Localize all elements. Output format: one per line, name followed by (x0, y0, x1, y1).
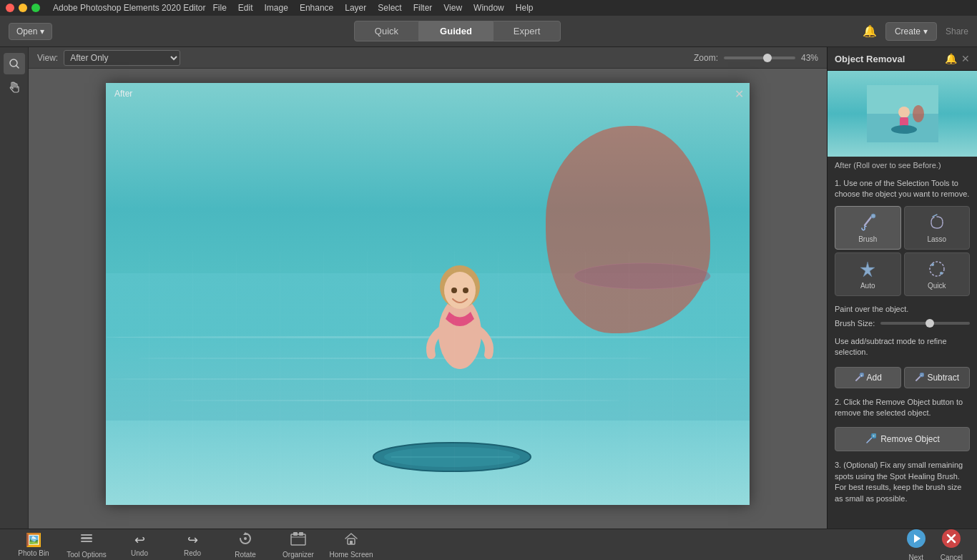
quick-tool[interactable]: Quick (904, 252, 971, 296)
svg-point-17 (871, 214, 875, 218)
instruction-3: 3. (Optional) Fix any small remaining sp… (828, 454, 977, 510)
brush-size-thumb (926, 319, 934, 328)
subtract-label: Subtract (927, 373, 959, 383)
canvas-area: View: After Only Before Only Before & Af… (29, 47, 827, 529)
bell-icon[interactable]: 🔔 (863, 24, 877, 38)
add-button[interactable]: + Add (835, 367, 901, 388)
organizer-tool[interactable]: Organizer (273, 529, 323, 561)
subtract-button[interactable]: − Subtract (904, 367, 971, 388)
brush-size-slider[interactable] (880, 322, 970, 325)
quick-tool-icon (927, 259, 947, 279)
thumb-svg (867, 85, 938, 142)
remove-object-label: Remove Object (880, 434, 940, 444)
menu-window[interactable]: Window (473, 3, 504, 13)
auto-tool-label: Auto (860, 282, 875, 290)
left-toolbar (0, 47, 29, 529)
home-screen-tool[interactable]: Home Screen (326, 529, 376, 561)
menu-help[interactable]: Help (516, 3, 534, 13)
redo-icon: ↪ (187, 532, 198, 548)
lasso-tool[interactable]: Lasso (904, 206, 971, 250)
minimize-traffic-light[interactable] (19, 4, 27, 12)
cancel-label: Cancel (941, 554, 963, 561)
hand-tool[interactable] (4, 77, 25, 99)
preview-thumbnail (828, 71, 977, 157)
svg-rect-28 (81, 537, 92, 539)
svg-rect-30 (81, 541, 92, 542)
view-label: View: (37, 53, 58, 63)
add-label: Add (867, 373, 882, 383)
svg-rect-37 (350, 541, 353, 544)
search-tool[interactable] (4, 53, 25, 74)
tab-group: Quick Guided Expert (354, 21, 561, 41)
brush-tool[interactable]: Brush (835, 206, 901, 250)
svg-rect-35 (299, 532, 303, 536)
rotate-label: Rotate (235, 551, 255, 559)
menu-image[interactable]: Image (265, 3, 288, 13)
canvas-container: After ✕ (29, 69, 827, 529)
tab-quick[interactable]: Quick (354, 21, 419, 41)
maximize-traffic-light[interactable] (31, 4, 40, 12)
brush-tool-icon (858, 212, 878, 232)
redo-label: Redo (184, 549, 201, 557)
create-label: Create (895, 26, 920, 36)
close-canvas-button[interactable]: ✕ (735, 87, 744, 101)
instruction-1: 1. Use one of the Selection Tools to cho… (828, 174, 977, 203)
open-button[interactable]: Open ▾ (9, 23, 52, 40)
next-icon (906, 529, 926, 552)
svg-point-21 (940, 272, 943, 275)
close-traffic-light[interactable] (6, 4, 14, 12)
svg-rect-34 (293, 532, 298, 536)
open-label: Open (16, 26, 37, 36)
svg-text:+: + (860, 373, 863, 377)
panel-header: Object Removal 🔔 ✕ (828, 47, 977, 71)
home-screen-icon (344, 531, 358, 549)
share-button[interactable]: Share (946, 26, 968, 36)
toolbar-right: 🔔 Create ▾ Share (863, 22, 968, 41)
main-content: View: After Only Before Only Before & Af… (0, 47, 977, 529)
open-chevron-icon: ▾ (40, 26, 44, 36)
zoom-slider[interactable] (724, 57, 795, 59)
brush-size-row: Brush Size: (828, 316, 977, 330)
create-button[interactable]: Create ▾ (885, 22, 937, 41)
view-select[interactable]: After Only Before Only Before & After Ho… (64, 50, 180, 66)
menu-view[interactable]: View (443, 3, 462, 13)
undo-icon: ↩ (134, 532, 145, 548)
panel-close-icon[interactable]: ✕ (961, 53, 970, 64)
undo-tool[interactable]: ↩ Undo (114, 530, 165, 559)
rotate-tool[interactable]: Rotate (220, 529, 270, 561)
next-button[interactable]: Next (900, 526, 932, 561)
panel-bell-icon[interactable]: 🔔 (945, 53, 957, 64)
photo-bin-icon: 🖼️ (26, 532, 41, 548)
svg-point-32 (244, 537, 247, 540)
tab-guided[interactable]: Guided (419, 21, 493, 41)
menu-bar: File Edit Image Enhance Layer Select Fil… (212, 3, 533, 13)
remove-object-button[interactable]: + Remove Object (835, 427, 970, 451)
menu-filter[interactable]: Filter (413, 3, 433, 13)
instruction-2: 2. Click the Remove Object button to rem… (828, 391, 977, 425)
auto-tool[interactable]: Auto (835, 252, 901, 296)
cancel-button[interactable]: Cancel (935, 526, 968, 561)
menu-file[interactable]: File (212, 3, 226, 13)
app-title: Adobe Photoshop Elements 2020 Editor (53, 3, 205, 13)
traffic-lights (6, 4, 40, 12)
svg-marker-18 (860, 262, 875, 277)
menu-layer[interactable]: Layer (345, 3, 366, 13)
canvas-frame[interactable]: After ✕ (106, 83, 750, 505)
lasso-tool-label: Lasso (927, 235, 946, 243)
add-subtract-row: + Add − Subtract (828, 364, 977, 391)
zoom-label: Zoom: (694, 53, 718, 63)
organizer-svg-icon (290, 531, 306, 546)
tab-expert[interactable]: Expert (493, 21, 561, 41)
tool-options-tool[interactable]: Tool Options (62, 529, 112, 561)
quick-tool-label: Quick (928, 282, 946, 290)
menu-edit[interactable]: Edit (238, 3, 253, 13)
menu-enhance[interactable]: Enhance (300, 3, 333, 13)
svg-rect-33 (291, 534, 305, 545)
view-bar: View: After Only Before Only Before & Af… (29, 47, 827, 69)
photo-bin-tool[interactable]: 🖼️ Photo Bin (9, 530, 59, 559)
redo-tool[interactable]: ↪ Redo (167, 530, 217, 559)
organizer-icon (290, 531, 306, 549)
svg-line-1 (16, 66, 19, 69)
menu-select[interactable]: Select (378, 3, 401, 13)
panel-title: Object Removal (835, 54, 945, 64)
